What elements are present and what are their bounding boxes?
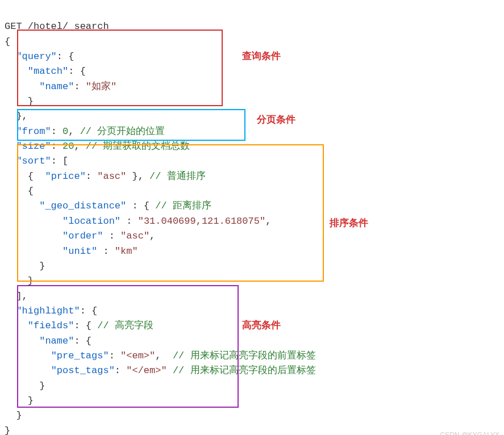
annotation-label-highlight: 高亮条件 bbox=[242, 318, 281, 333]
watermark: CSDN @KYGALYX bbox=[440, 430, 499, 435]
code-block: GET /hotel/_search { "query": { "match":… bbox=[5, 5, 499, 435]
annotation-label-query: 查询条件 bbox=[242, 49, 281, 64]
annotation-label-sort: 排序条件 bbox=[330, 216, 368, 231]
annotation-label-pagination: 分页条件 bbox=[257, 112, 295, 127]
request-line: GET /hotel/_search bbox=[5, 21, 109, 32]
